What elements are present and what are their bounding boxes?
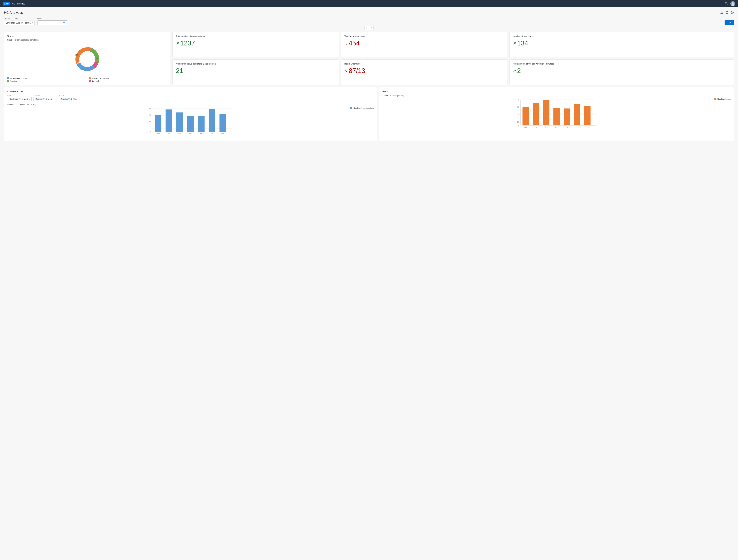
arrow-up-icon-2: ↗ [513,41,516,46]
legend-newskill-label: New skill [92,80,99,82]
bar-wed [176,112,183,132]
svg-text:180: 180 [75,54,78,56]
collapse-bar: ∧ [4,26,734,30]
upload-icon[interactable] [725,11,729,15]
legend-training: Training [7,80,86,82]
tenant-value: Skybuffer Support Team... [6,22,31,24]
status-filter-label: Status [59,94,82,96]
svg-text:35: 35 [517,99,519,100]
category-filter-group: Category Credit card ✕ 2 More ▾ [7,94,31,101]
user-avatar[interactable] [730,1,735,6]
svg-text:20: 20 [517,121,519,123]
date-input[interactable] [37,20,67,25]
legend-chatbot-label: Resolved by Chatbot [10,77,27,79]
conversations-chart-title: Conversations [7,90,374,93]
german-tag-close[interactable]: ✕ [43,98,44,100]
svg-point-7 [733,12,733,13]
german-tag: German ✕ [35,98,45,100]
legend-training-label: Training [10,80,17,82]
kpi-total-users-value: ↘ 454 [344,39,504,47]
legend-newskill-color [89,80,91,82]
training-tag: Training ✕ [60,98,70,100]
svg-text:Sun: Sun [221,133,224,135]
svg-line-1 [727,4,727,4]
status-filter-select[interactable]: Training ✕ 2 More ▾ [59,97,82,101]
svg-text:Mon: Mon [524,126,527,128]
kpi-total-conversations-value: ↗ 1237 [176,39,335,47]
page-content: HC Analytics Enterprise Tenant: Skybuffe… [0,7,738,560]
expand-button[interactable] [369,26,373,30]
kpi-avg-time-value: ↗ 2 [513,67,731,74]
print-icon[interactable] [731,11,734,15]
svg-text:30: 30 [517,106,519,108]
conversations-bar-svg: 30 25 20 0 Mon Tue Wed Thu [7,107,374,137]
status-filter-group: Status Training ✕ 2 More ▾ [59,94,82,101]
country-filter-select[interactable]: German ✕ 2 More ▾ [33,97,57,101]
svg-text:0: 0 [150,131,151,133]
kpi-bot-vs-operators-label: Bot vs Operators [344,62,504,65]
users-legend-color [714,98,716,100]
tenant-filter-group: Enterprise Tenant: Skybuffer Support Tea… [4,18,35,25]
svg-text:Sat: Sat [211,133,213,135]
status-donut-label: Number of conversations per status [7,39,167,41]
training-tag-close[interactable]: ✕ [68,98,70,100]
country-more-text: 2 More [46,98,52,100]
search-icon[interactable] [725,2,728,5]
conversations-chart-subtitle: Number of conversations per day [7,103,374,106]
arrow-down-icon: ↘ [344,41,348,46]
credit-card-tag-close[interactable]: ✕ [19,98,20,100]
tenant-label: Enterprise Tenant: [4,18,35,20]
kpi-active-operators: Number of active operators at the moment… [172,59,339,85]
donut-legend: Resolved by Chatbot Resolved by Operator… [7,77,167,82]
download-icon[interactable] [720,11,723,15]
kpi-active-operators-value: 21 [176,67,335,74]
svg-text:343: 343 [80,69,83,71]
users-chart-card: Users Number of users per day Number of … [379,87,734,141]
svg-text:Thu: Thu [189,133,192,135]
svg-point-4 [731,4,734,6]
conversations-filters: Category Credit card ✕ 2 More ▾ Country [7,94,374,101]
users-legend-label: Number of users [717,98,731,100]
kpi-active-operators-label: Number of active operators at the moment [176,62,335,65]
german-tag-text: German [36,98,42,100]
credit-card-tag-text: Credit card [9,98,18,100]
bar-fri [198,116,205,132]
users-bar-tue [533,103,539,125]
svg-text:20: 20 [149,121,151,123]
svg-text:Sat: Sat [576,126,578,128]
status-card: Status Number of conversations per statu… [4,32,170,85]
svg-text:Tue: Tue [167,133,170,135]
app-header: SAP HC Analytics [0,0,738,7]
conversations-chart-card: Conversations Category Credit card ✕ 2 M… [4,87,377,141]
legend-resolved-operator: Resolved by Operator [89,77,167,79]
collapse-up-button[interactable]: ∧ [365,26,369,30]
category-filter-select[interactable]: Credit card ✕ 2 More ▾ [7,97,31,101]
country-filter-label: Country [33,94,57,96]
training-tag-text: Training [61,98,67,100]
go-button[interactable]: Go [725,20,734,25]
tenant-select[interactable]: Skybuffer Support Team... ▾ [4,21,35,25]
users-chart-subtitle: Number of users per day [382,94,731,97]
date-filter-group: Date: [37,17,67,25]
bar-tue [165,109,172,132]
svg-text:Sun: Sun [586,126,589,128]
kpi-new-users-value: ↗ 134 [513,39,731,47]
credit-card-tag: Credit card ✕ [9,98,21,100]
date-label: Date: [37,17,67,20]
arrow-up-icon-3: ↗ [513,68,516,73]
users-bar-sun [584,106,591,125]
svg-point-3 [732,2,734,4]
legend-training-color [7,80,9,82]
kpi-avg-time-label: Average time of the conversation (minute… [513,62,731,65]
conv-legend-color [350,107,352,109]
page-header: HC Analytics [4,11,734,15]
users-bar-svg: 35 30 25 20 0 Mon Tue Wed [382,98,731,133]
donut-chart: 643 343 180 99 [70,42,105,76]
svg-text:25: 25 [517,114,519,115]
legend-chatbot-color [7,77,9,79]
country-filter-group: Country German ✕ 2 More ▾ [33,94,57,101]
status-card-title: Status [7,35,167,37]
bar-thu [187,116,194,132]
svg-text:Wed: Wed [178,133,181,135]
svg-text:Thu: Thu [555,126,558,128]
